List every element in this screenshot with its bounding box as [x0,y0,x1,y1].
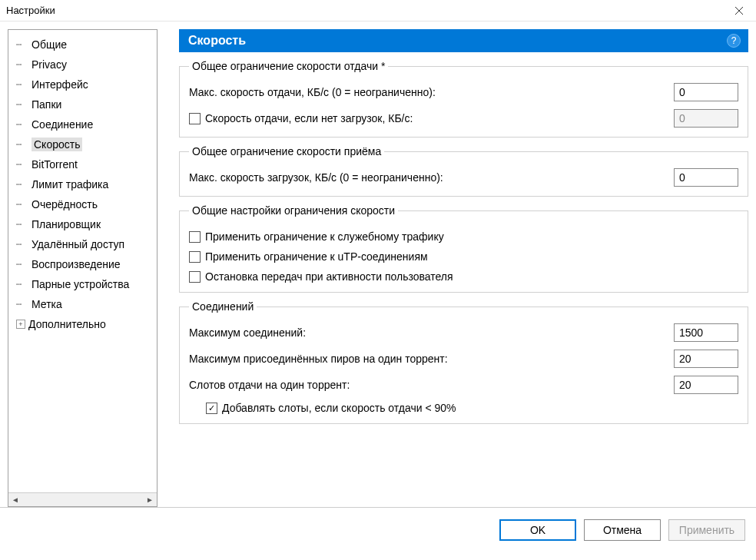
utp-checkbox[interactable] [189,251,201,263]
apply-button: Применить [668,519,745,541]
max-upload-label: Макс. скорость отдачи, КБ/с (0 = неогран… [189,86,436,98]
tree-item-label[interactable]: ⋯Метка [12,294,154,314]
tree-item-label: Воспроизведение [32,258,121,270]
page-header: Скорость ? [179,29,748,52]
max-download-label: Макс. скорость загрузок, КБ/с (0 = неогр… [189,171,443,184]
tree-item-label: BitTorrent [32,158,78,171]
overhead-check-row: Применить ограничение к служебному трафи… [189,230,738,243]
tree-item-paired-devices[interactable]: ⋯Парные устройства [12,274,154,294]
tree-branch-icon: ⋯ [16,59,32,70]
tree-item-folders[interactable]: ⋯Папки [12,94,154,114]
settings-groups: Общее ограничение скорости отдачи * Макс… [179,52,748,424]
rate-settings-group: Общие настройки ограничения скорости При… [179,204,748,293]
tree-branch-icon: ⋯ [16,239,32,250]
tree-item-queue[interactable]: ⋯Очерёдность [12,194,154,214]
close-button[interactable] [722,0,756,22]
max-download-input[interactable] [674,168,738,187]
group-legend: Общее ограничение скорости приёма [189,145,384,157]
tree-branch-icon: ⋯ [16,139,32,150]
scroll-right-arrow[interactable]: ► [143,493,157,506]
cancel-button[interactable]: Отмена [584,519,661,541]
tree-item-playback[interactable]: ⋯Воспроизведение [12,254,154,274]
tree-item-label: Очерёдность [32,198,98,210]
main-panel: Скорость ? Общее ограничение скорости от… [158,29,748,507]
tree-branch-icon: ⋯ [16,279,32,290]
tree-item-label: Общие [32,38,67,51]
tree-item-label: Соединение [32,118,93,131]
tree-item-label: Удалённый доступ [32,238,124,250]
horizontal-scrollbar[interactable]: ◄ ► [8,492,157,506]
max-connections-input[interactable] [674,323,738,342]
tree-item-label: Парные устройства [32,278,129,290]
utp-check-label: Применить ограничение к uTP-соединениям [205,250,428,263]
tree-item-remote[interactable]: ⋯Удалённый доступ [12,234,154,254]
settings-tree: ⋯Общие ⋯Privacy ⋯Интерфейс ⋯Папки ⋯Соеди… [8,30,157,492]
overhead-checkbox[interactable] [189,231,201,243]
tree-item-label: Скорость [32,138,82,151]
content: ⋯Общие ⋯Privacy ⋯Интерфейс ⋯Папки ⋯Соеди… [0,22,756,507]
tree-item-label: Метка [32,298,62,310]
add-slots-checkbox[interactable] [206,403,217,414]
page-title: Скорость [188,34,246,48]
tree-item-label: Интерфейс [32,78,88,91]
tree-item-label: Планировщик [32,218,101,230]
connections-group: Соединений Максимум соединений: Максимум… [179,300,748,424]
group-legend: Общие настройки ограничения скорости [189,204,398,217]
idle-upload-input [674,109,738,128]
scroll-left-arrow[interactable]: ◄ [8,493,22,506]
user-activity-check-label: Остановка передач при активности пользов… [205,270,453,283]
tree-branch-icon: ⋯ [16,79,32,90]
tree-branch-icon: ⋯ [16,179,32,190]
idle-upload-label: Скорость отдачи, если нет загрузок, КБ/с… [189,112,413,124]
tree-item-general[interactable]: ⋯Общие [12,35,154,55]
tree-item-connection[interactable]: ⋯Соединение [12,114,154,134]
titlebar: Настройки [0,0,756,22]
tree-item-label: Папки [32,98,61,111]
window-title: Настройки [6,5,55,16]
max-connections-row: Максимум соединений: [189,323,738,342]
upload-slots-row: Слотов отдачи на один торрент: [189,376,738,394]
max-peers-input[interactable] [674,350,738,368]
group-legend: Соединений [189,300,257,313]
idle-upload-row: Скорость отдачи, если нет загрузок, КБ/с… [189,109,738,128]
tree-item-traffic-limit[interactable]: ⋯Лимит трафика [12,174,154,194]
tree-item-label: Лимит трафика [32,178,108,191]
tree-branch-icon: ⋯ [16,119,32,130]
user-activity-check-row: Остановка передач при активности пользов… [189,270,738,283]
upload-limit-group: Общее ограничение скорости отдачи * Макс… [179,60,748,138]
tree-branch-icon: ⋯ [16,199,32,210]
close-icon [734,6,744,15]
tree-branch-icon: ⋯ [16,159,32,170]
tree-branch-icon: ⋯ [16,99,32,110]
user-activity-checkbox[interactable] [189,271,201,283]
ok-button[interactable]: OK [499,519,576,541]
idle-upload-text: Скорость отдачи, если нет загрузок, КБ/с… [205,112,413,124]
tree-item-advanced[interactable]: +Дополнительно [12,314,154,334]
expander-icon[interactable]: + [16,320,25,329]
utp-check-row: Применить ограничение к uTP-соединениям [189,250,738,263]
tree-item-label: Дополнительно [28,318,106,330]
tree-branch-icon: ⋯ [16,39,32,50]
max-upload-input[interactable] [674,83,738,101]
help-icon[interactable]: ? [727,34,741,48]
tree-item-scheduler[interactable]: ⋯Планировщик [12,214,154,234]
settings-tree-panel: ⋯Общие ⋯Privacy ⋯Интерфейс ⋯Папки ⋯Соеди… [8,29,158,507]
tree-item-interface[interactable]: ⋯Интерфейс [12,75,154,94]
tree-item-label: Privacy [32,58,67,71]
tree-item-bittorrent[interactable]: ⋯BitTorrent [12,154,154,174]
max-connections-label: Максимум соединений: [189,326,306,339]
add-slots-check-row: Добавлять слоты, если скорость отдачи < … [206,402,738,414]
add-slots-check-label: Добавлять слоты, если скорость отдачи < … [222,402,456,414]
dialog-button-bar: OK Отмена Применить [0,507,756,552]
tree-item-privacy[interactable]: ⋯Privacy [12,55,154,75]
tree-item-speed[interactable]: ⋯Скорость [12,134,154,154]
idle-upload-checkbox[interactable] [189,113,201,124]
max-peers-label: Максимум присоединённых пиров на один то… [189,353,448,365]
tree-branch-icon: ⋯ [16,219,32,230]
tree-branch-icon: ⋯ [16,259,32,270]
group-legend: Общее ограничение скорости отдачи * [189,60,388,72]
upload-slots-input[interactable] [674,376,738,394]
upload-slots-label: Слотов отдачи на один торрент: [189,379,350,391]
tree-branch-icon: ⋯ [16,299,32,310]
max-upload-row: Макс. скорость отдачи, КБ/с (0 = неогран… [189,83,738,101]
